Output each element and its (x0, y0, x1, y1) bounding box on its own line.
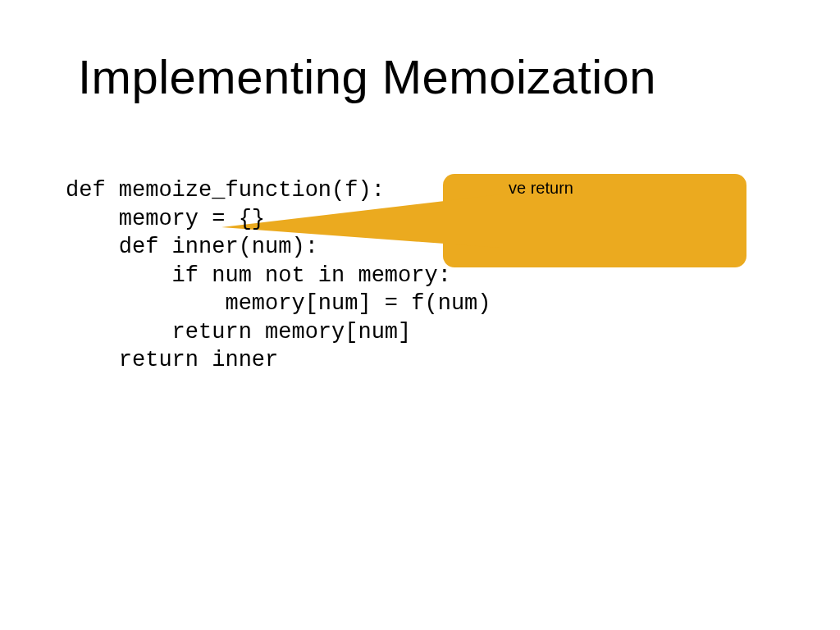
slide-title: Implementing Memoization (78, 49, 656, 104)
callout-text: ve return (509, 179, 573, 198)
slide: Implementing Memoization ve return def m… (0, 0, 840, 630)
code-block: def memoize_function(f): memory = {} def… (66, 176, 491, 375)
